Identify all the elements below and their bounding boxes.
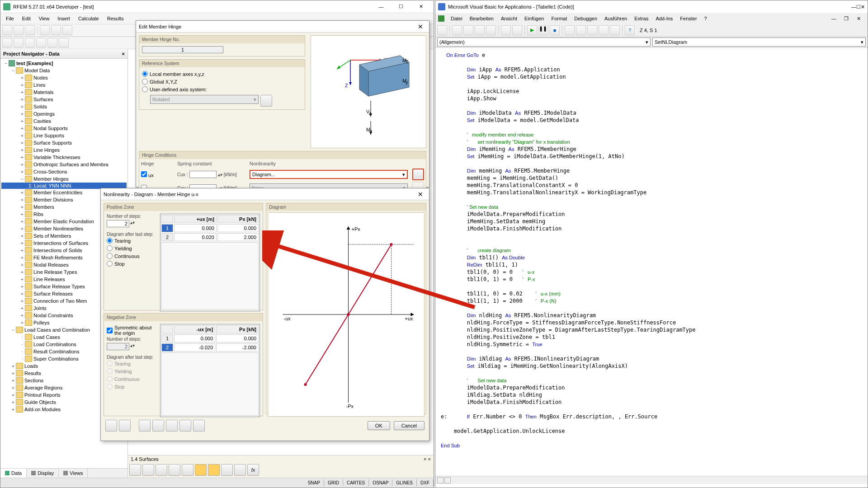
rs-global-radio[interactable] [142,79,148,84]
menu-calculate[interactable]: Calculate [75,14,103,23]
tree-item[interactable]: +Variable Thicknesses [1,154,127,161]
vba-reset-button[interactable]: ■ [550,25,560,35]
nl-dialog-title[interactable]: Nonlinearity - Diagram - Member Hinge u-… [101,188,429,200]
pos-continuous-radio[interactable] [107,253,113,259]
tree-model-data[interactable]: −Model Data [1,67,127,74]
vba-tool-browser[interactable] [599,25,609,35]
tree-item[interactable]: +Materials [1,89,127,96]
menu-ausfuehren[interactable]: Ausführen [602,14,630,23]
close-button[interactable]: ✕ [411,0,431,13]
menu-ansicht[interactable]: Ansicht [498,14,520,23]
vba-tool-redo[interactable] [512,25,522,35]
tree-item[interactable]: +Orthotropic Surfaces and Membra [1,161,127,168]
table-close-icon[interactable]: × × [424,456,431,462]
tree-item[interactable]: +Cavities [1,117,127,125]
pos-stop-radio[interactable] [107,261,113,267]
vba-scrollbar-bottom[interactable] [435,476,868,484]
nav-tab-data[interactable]: Data [0,469,27,478]
tree-item[interactable]: −Member Hinges [1,175,127,183]
vba-help-button[interactable]: ? [625,25,635,35]
menu-einfuegen[interactable]: Einfügen [522,14,547,23]
tree-item[interactable]: +Nodes [1,74,127,81]
table-tab-surfaces[interactable]: 1.4 Surfaces [131,456,159,462]
ux-checkbox[interactable] [141,171,147,177]
menu-file[interactable]: File [2,14,18,23]
menu-view[interactable]: View [35,14,53,23]
hinge-number-input[interactable] [142,46,223,53]
cux-input[interactable] [189,171,217,178]
tbl-btn-1[interactable] [129,464,141,476]
status-grid[interactable]: GRID [324,479,343,486]
vba-tool-view[interactable] [437,25,447,35]
vba-run-button[interactable]: ▶ [527,25,537,35]
minimize-button[interactable]: — [371,0,391,13]
menu-extras[interactable]: Extras [632,14,651,23]
vba-object-combo[interactable]: (Allgemein)▾ [437,38,651,47]
tbl-btn-2[interactable] [142,464,154,476]
menu-help[interactable]: ? [702,14,710,23]
tbl-btn-7[interactable] [208,464,220,476]
vba-proc-combo[interactable]: SetNLDiagram▾ [652,38,866,47]
menu-results[interactable]: Results [104,14,127,23]
tbl-btn-4[interactable] [169,464,180,476]
nav-tab-views[interactable]: Views [59,469,88,478]
tool-new[interactable] [2,25,12,35]
vba-tool-cut[interactable] [452,25,462,35]
tool-redo[interactable] [62,25,72,35]
tbl-btn-5[interactable] [182,464,193,476]
nl-tool-6[interactable] [179,420,191,432]
tree-item[interactable]: +Solids [1,103,127,110]
close-icon[interactable]: ✕ [415,23,426,30]
ok-button[interactable]: OK [368,421,390,430]
tbl-btn-6[interactable] [195,464,207,476]
tbl-btn-fx[interactable]: fx [247,464,259,476]
menu-debuggen[interactable]: Debuggen [571,14,600,23]
tool-surface[interactable] [36,38,46,48]
pos-steps-input[interactable] [107,220,129,227]
tbl-btn-9[interactable] [234,464,246,476]
vba-tool-copy[interactable] [463,25,473,35]
tool-open[interactable] [14,25,24,35]
minimize-button[interactable]: — [851,4,856,9]
maximize-button[interactable]: ☐ [391,0,411,13]
rs-pick-button[interactable] [260,95,272,107]
status-cartes[interactable]: CARTES [343,479,369,486]
tree-item[interactable]: +Surface Supports [1,139,127,146]
tree-root[interactable]: −test [Examples] [1,60,127,67]
vba-tool-toolbox[interactable] [610,25,620,35]
tree-item[interactable]: +Openings [1,110,127,117]
menu-datei[interactable]: Datei [448,14,465,23]
rs-user-radio[interactable] [142,86,148,92]
tool-print[interactable] [40,25,50,35]
status-glines[interactable]: GLINES [392,479,417,486]
tool-arc[interactable] [14,38,24,48]
vba-tool-props[interactable] [587,25,597,35]
vba-tool-undo[interactable] [501,25,511,35]
nl-tool-4[interactable] [152,420,164,432]
menu-fenster[interactable]: Fenster [677,14,699,23]
nl-tool-1[interactable] [105,420,117,432]
tree-item[interactable]: +Nodal Supports [1,125,127,132]
spinner-icon[interactable]: ▴▾ [130,220,135,227]
rs-local-radio[interactable] [142,71,148,77]
mdi-restore[interactable]: ❐ [841,14,852,23]
positive-zone-table[interactable]: +ux [m]Px [kN] 10.0000.000 20.0202.000 [160,214,260,311]
tbl-btn-8[interactable] [221,464,233,476]
mdi-close[interactable]: ✕ [854,14,865,23]
cancel-button[interactable]: Cancel [394,421,425,430]
nav-close-icon[interactable]: × [122,51,125,56]
close-icon[interactable]: ✕ [415,191,426,198]
nl-tool-7[interactable] [193,420,205,432]
tree-item[interactable]: +Lines [1,81,127,89]
vba-break-button[interactable]: ❚❚ [538,25,548,35]
status-dxf[interactable]: DXF [417,479,434,486]
nl-tool-3[interactable] [139,420,151,432]
tool-member[interactable] [25,38,35,48]
status-snap[interactable]: SNAP [304,479,324,486]
tool-line[interactable] [2,38,12,48]
tbl-btn-3[interactable] [156,464,167,476]
nav-tab-display[interactable]: Display [27,469,59,478]
nl-tool-2[interactable] [119,420,131,432]
nl-tool-5[interactable] [166,420,178,432]
vba-view-proc-icon[interactable] [444,477,451,483]
